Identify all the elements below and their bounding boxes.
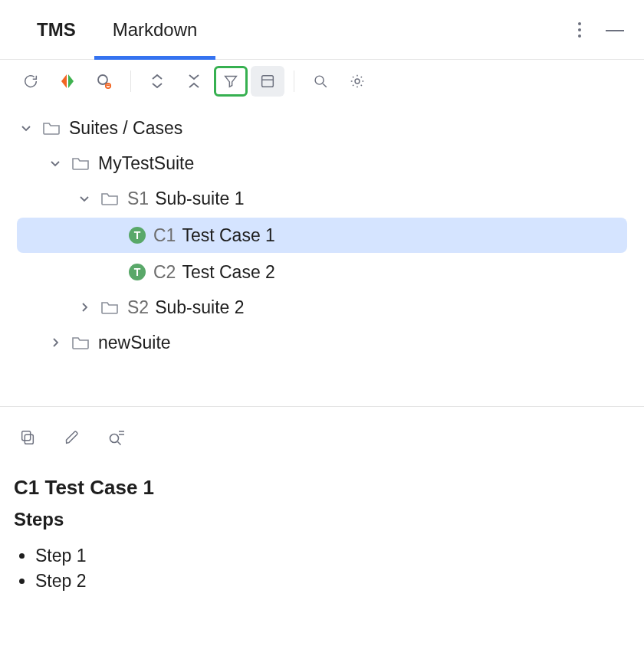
tab-markdown[interactable]: Markdown <box>94 0 216 59</box>
chevron-placeholder <box>104 226 123 244</box>
pencil-icon <box>64 429 80 446</box>
svg-point-4 <box>315 76 324 84</box>
find-icon <box>107 429 126 446</box>
tree-row-root[interactable]: Suites / Cases <box>0 110 644 146</box>
copy-icon <box>19 429 36 446</box>
show-details-button[interactable] <box>251 66 284 97</box>
test-icon: T <box>129 227 146 244</box>
detail-title: C1 Test Case 1 <box>14 476 630 500</box>
test-icon: T <box>129 264 146 280</box>
tree-label: Sub-suite 2 <box>155 297 244 318</box>
separator <box>130 70 131 92</box>
svg-point-5 <box>355 79 360 84</box>
tree-label: MyTestSuite <box>98 153 194 174</box>
search-button[interactable] <box>304 66 337 97</box>
detail-toolbar <box>14 419 630 456</box>
copy-button[interactable] <box>14 424 41 451</box>
gear-icon <box>349 73 366 90</box>
svg-rect-7 <box>22 431 31 441</box>
tree-label: newSuite <box>98 333 171 353</box>
tab-options-button[interactable] <box>569 19 590 41</box>
filter-icon <box>222 73 239 90</box>
refresh-icon <box>22 73 39 90</box>
find-button[interactable] <box>103 424 130 451</box>
filter-button[interactable] <box>214 66 248 97</box>
steps-heading: Steps <box>14 509 630 530</box>
kebab-icon <box>578 22 581 38</box>
tab-bar: TMS Markdown <box>0 0 644 60</box>
folder-icon <box>100 189 120 208</box>
settings-button[interactable] <box>340 66 374 97</box>
svg-rect-6 <box>25 434 33 444</box>
minimize-button[interactable] <box>604 19 626 41</box>
suites-tree: Suites / Cases MyTestSuite S1 Sub-suite … <box>0 103 644 379</box>
svg-point-8 <box>110 434 119 443</box>
minimize-icon <box>606 30 624 31</box>
collapse-all-icon <box>186 73 202 90</box>
chevron-right-icon <box>75 298 94 316</box>
tree-label: Test Case 1 <box>182 225 274 246</box>
tree-row-testcase[interactable]: T C2 Test Case 2 <box>0 254 644 290</box>
detail-panel: C1 Test Case 1 Steps Step 1 Step 2 <box>0 407 644 592</box>
tree-toolbar <box>0 60 644 103</box>
edit-button[interactable] <box>58 424 86 451</box>
separator <box>294 70 294 92</box>
tree-row-subsuite[interactable]: S1 Sub-suite 1 <box>0 181 644 216</box>
folder-icon <box>71 333 90 352</box>
tree-id: S1 <box>127 189 149 209</box>
folder-icon <box>41 118 61 138</box>
step-item: Step 2 <box>35 571 630 592</box>
remote-preview-button[interactable] <box>87 66 121 97</box>
tree-label: Suites / Cases <box>69 118 182 139</box>
chevron-down-icon <box>46 154 64 172</box>
tree-row-suite[interactable]: MyTestSuite <box>0 146 644 181</box>
tree-row-suite[interactable]: newSuite <box>0 325 644 360</box>
tree-id: C1 <box>153 225 176 246</box>
chevron-down-icon <box>75 189 94 208</box>
collapse-all-button[interactable] <box>177 66 211 97</box>
tree-label: Sub-suite 1 <box>155 189 244 209</box>
chevron-down-icon <box>17 119 35 137</box>
diff-button[interactable] <box>51 66 84 97</box>
tab-label: TMS <box>37 19 76 41</box>
tab-tms[interactable]: TMS <box>18 0 94 59</box>
magnifier-link-icon <box>95 72 113 90</box>
folder-icon <box>100 297 120 317</box>
expand-all-button[interactable] <box>140 66 174 97</box>
folder-icon <box>71 153 90 173</box>
step-item: Step 1 <box>35 546 630 566</box>
refresh-button[interactable] <box>14 66 48 97</box>
layout-icon <box>259 73 276 90</box>
steps-list: Step 1 Step 2 <box>18 546 630 592</box>
diff-icon <box>60 73 75 90</box>
chevron-right-icon <box>46 333 64 352</box>
expand-all-icon <box>150 73 165 90</box>
chevron-placeholder <box>104 263 123 281</box>
tree-row-subsuite[interactable]: S2 Sub-suite 2 <box>0 290 644 325</box>
tab-label: Markdown <box>113 19 198 41</box>
tree-id: C2 <box>153 262 176 283</box>
svg-point-0 <box>98 75 107 84</box>
tree-label: Test Case 2 <box>182 262 274 283</box>
tree-id: S2 <box>127 297 149 318</box>
search-icon <box>312 73 329 90</box>
tree-row-testcase[interactable]: T C1 Test Case 1 <box>17 218 627 253</box>
svg-rect-2 <box>262 76 274 87</box>
